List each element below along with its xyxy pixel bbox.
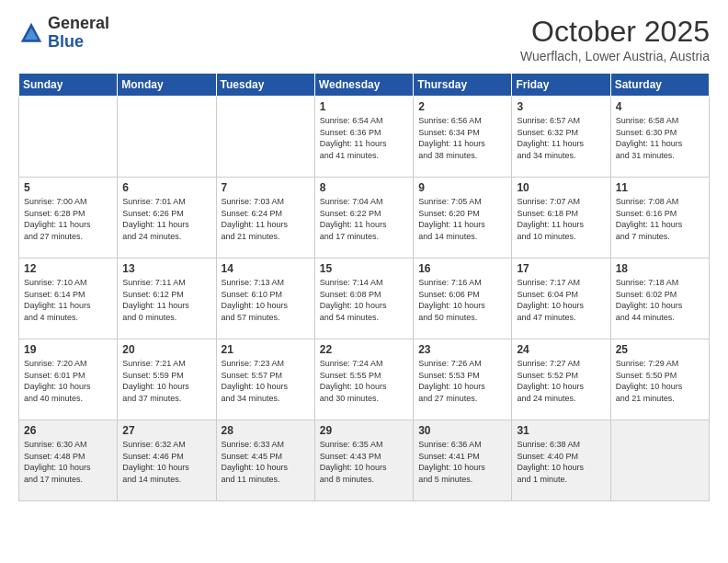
day-info: Sunrise: 7:17 AM Sunset: 6:04 PM Dayligh…: [517, 277, 605, 323]
calendar-week-row: 12Sunrise: 7:10 AM Sunset: 6:14 PM Dayli…: [19, 259, 710, 339]
calendar-title: October 2025: [520, 15, 710, 49]
calendar-day-cell: 21Sunrise: 7:23 AM Sunset: 5:57 PM Dayli…: [216, 339, 314, 420]
day-info: Sunrise: 7:03 AM Sunset: 6:24 PM Dayligh…: [222, 196, 310, 242]
day-number: 20: [122, 343, 210, 356]
day-number: 9: [418, 181, 506, 194]
day-info: Sunrise: 7:16 AM Sunset: 6:06 PM Dayligh…: [418, 277, 506, 323]
day-number: 30: [418, 424, 506, 437]
day-number: 12: [24, 262, 112, 275]
day-number: 5: [24, 181, 112, 194]
calendar-week-row: 26Sunrise: 6:30 AM Sunset: 4:48 PM Dayli…: [19, 420, 710, 501]
day-info: Sunrise: 7:10 AM Sunset: 6:14 PM Dayligh…: [24, 277, 112, 323]
header: General Blue October 2025 Wuerflach, Low…: [18, 15, 710, 63]
logo-blue: Blue: [48, 32, 84, 51]
calendar-day-cell: 26Sunrise: 6:30 AM Sunset: 4:48 PM Dayli…: [19, 420, 118, 501]
day-number: 18: [616, 262, 704, 275]
day-number: 2: [418, 100, 506, 113]
calendar-day-cell: 28Sunrise: 6:33 AM Sunset: 4:45 PM Dayli…: [216, 420, 314, 501]
weekday-header: Monday: [118, 74, 216, 97]
day-info: Sunrise: 6:54 AM Sunset: 6:36 PM Dayligh…: [320, 115, 408, 161]
calendar-day-cell: 4Sunrise: 6:58 AM Sunset: 6:30 PM Daylig…: [610, 97, 709, 178]
day-info: Sunrise: 7:13 AM Sunset: 6:10 PM Dayligh…: [222, 277, 310, 323]
day-info: Sunrise: 6:36 AM Sunset: 4:41 PM Dayligh…: [418, 439, 506, 485]
day-info: Sunrise: 7:27 AM Sunset: 5:52 PM Dayligh…: [517, 358, 605, 404]
calendar-day-cell: 16Sunrise: 7:16 AM Sunset: 6:06 PM Dayli…: [414, 259, 512, 339]
day-info: Sunrise: 6:30 AM Sunset: 4:48 PM Dayligh…: [24, 439, 112, 485]
day-number: 26: [24, 424, 112, 437]
calendar-day-cell: 20Sunrise: 7:21 AM Sunset: 5:59 PM Dayli…: [118, 339, 216, 420]
calendar-table: SundayMondayTuesdayWednesdayThursdayFrid…: [18, 73, 710, 501]
day-number: 3: [517, 100, 605, 113]
calendar-day-cell: 22Sunrise: 7:24 AM Sunset: 5:55 PM Dayli…: [314, 339, 413, 420]
calendar-day-cell: 15Sunrise: 7:14 AM Sunset: 6:08 PM Dayli…: [314, 259, 413, 339]
calendar-day-cell: 3Sunrise: 6:57 AM Sunset: 6:32 PM Daylig…: [512, 97, 610, 178]
day-number: 28: [222, 424, 310, 437]
day-number: 29: [320, 424, 408, 437]
day-info: Sunrise: 6:56 AM Sunset: 6:34 PM Dayligh…: [418, 115, 506, 161]
calendar-day-cell: [610, 420, 709, 501]
day-number: 22: [320, 343, 408, 356]
day-info: Sunrise: 7:24 AM Sunset: 5:55 PM Dayligh…: [320, 358, 408, 404]
day-info: Sunrise: 7:29 AM Sunset: 5:50 PM Dayligh…: [616, 358, 704, 404]
day-number: 8: [320, 181, 408, 194]
day-info: Sunrise: 7:01 AM Sunset: 6:26 PM Dayligh…: [122, 196, 210, 242]
day-number: 10: [517, 181, 605, 194]
calendar-day-cell: 25Sunrise: 7:29 AM Sunset: 5:50 PM Dayli…: [610, 339, 709, 420]
calendar-day-cell: 27Sunrise: 6:32 AM Sunset: 4:46 PM Dayli…: [118, 420, 216, 501]
calendar-day-cell: [19, 97, 118, 178]
calendar-day-cell: 31Sunrise: 6:38 AM Sunset: 4:40 PM Dayli…: [512, 420, 610, 501]
weekday-header: Thursday: [414, 74, 512, 97]
calendar-day-cell: 6Sunrise: 7:01 AM Sunset: 6:26 PM Daylig…: [118, 178, 216, 259]
day-number: 17: [517, 262, 605, 275]
calendar-day-cell: 11Sunrise: 7:08 AM Sunset: 6:16 PM Dayli…: [610, 178, 709, 259]
day-info: Sunrise: 6:33 AM Sunset: 4:45 PM Dayligh…: [222, 439, 310, 485]
day-info: Sunrise: 7:23 AM Sunset: 5:57 PM Dayligh…: [222, 358, 310, 404]
day-info: Sunrise: 7:14 AM Sunset: 6:08 PM Dayligh…: [320, 277, 408, 323]
page: General Blue October 2025 Wuerflach, Low…: [0, 0, 728, 520]
calendar-day-cell: 19Sunrise: 7:20 AM Sunset: 6:01 PM Dayli…: [19, 339, 118, 420]
weekday-header: Sunday: [19, 74, 118, 97]
logo-icon: [18, 20, 44, 46]
weekday-header: Tuesday: [216, 74, 314, 97]
day-info: Sunrise: 7:05 AM Sunset: 6:20 PM Dayligh…: [418, 196, 506, 242]
calendar-day-cell: 30Sunrise: 6:36 AM Sunset: 4:41 PM Dayli…: [414, 420, 512, 501]
calendar-week-row: 19Sunrise: 7:20 AM Sunset: 6:01 PM Dayli…: [19, 339, 710, 420]
calendar-day-cell: 23Sunrise: 7:26 AM Sunset: 5:53 PM Dayli…: [414, 339, 512, 420]
weekday-header: Wednesday: [314, 74, 413, 97]
day-number: 4: [616, 100, 704, 113]
calendar-day-cell: [118, 97, 216, 178]
day-info: Sunrise: 7:08 AM Sunset: 6:16 PM Dayligh…: [616, 196, 704, 242]
day-number: 15: [320, 262, 408, 275]
calendar-week-row: 5Sunrise: 7:00 AM Sunset: 6:28 PM Daylig…: [19, 178, 710, 259]
calendar-subtitle: Wuerflach, Lower Austria, Austria: [520, 49, 710, 63]
day-number: 6: [122, 181, 210, 194]
logo-general: General: [48, 14, 109, 32]
day-info: Sunrise: 6:58 AM Sunset: 6:30 PM Dayligh…: [616, 115, 704, 161]
day-number: 1: [320, 100, 408, 113]
calendar-day-cell: 5Sunrise: 7:00 AM Sunset: 6:28 PM Daylig…: [19, 178, 118, 259]
day-info: Sunrise: 6:38 AM Sunset: 4:40 PM Dayligh…: [517, 439, 605, 485]
day-info: Sunrise: 6:57 AM Sunset: 6:32 PM Dayligh…: [517, 115, 605, 161]
calendar-day-cell: [216, 97, 314, 178]
calendar-day-cell: 12Sunrise: 7:10 AM Sunset: 6:14 PM Dayli…: [19, 259, 118, 339]
day-number: 27: [122, 424, 210, 437]
calendar-week-row: 1Sunrise: 6:54 AM Sunset: 6:36 PM Daylig…: [19, 97, 710, 178]
calendar-day-cell: 24Sunrise: 7:27 AM Sunset: 5:52 PM Dayli…: [512, 339, 610, 420]
calendar-day-cell: 17Sunrise: 7:17 AM Sunset: 6:04 PM Dayli…: [512, 259, 610, 339]
day-info: Sunrise: 6:35 AM Sunset: 4:43 PM Dayligh…: [320, 439, 408, 485]
day-info: Sunrise: 7:07 AM Sunset: 6:18 PM Dayligh…: [517, 196, 605, 242]
day-number: 11: [616, 181, 704, 194]
weekday-header: Saturday: [610, 74, 709, 97]
logo: General Blue: [18, 15, 109, 52]
day-number: 13: [122, 262, 210, 275]
weekday-header: Friday: [512, 74, 610, 97]
day-info: Sunrise: 7:21 AM Sunset: 5:59 PM Dayligh…: [122, 358, 210, 404]
day-number: 23: [418, 343, 506, 356]
calendar-day-cell: 10Sunrise: 7:07 AM Sunset: 6:18 PM Dayli…: [512, 178, 610, 259]
calendar-day-cell: 7Sunrise: 7:03 AM Sunset: 6:24 PM Daylig…: [216, 178, 314, 259]
calendar-header-row: SundayMondayTuesdayWednesdayThursdayFrid…: [19, 74, 710, 97]
day-number: 25: [616, 343, 704, 356]
day-number: 21: [222, 343, 310, 356]
day-number: 24: [517, 343, 605, 356]
calendar-day-cell: 13Sunrise: 7:11 AM Sunset: 6:12 PM Dayli…: [118, 259, 216, 339]
